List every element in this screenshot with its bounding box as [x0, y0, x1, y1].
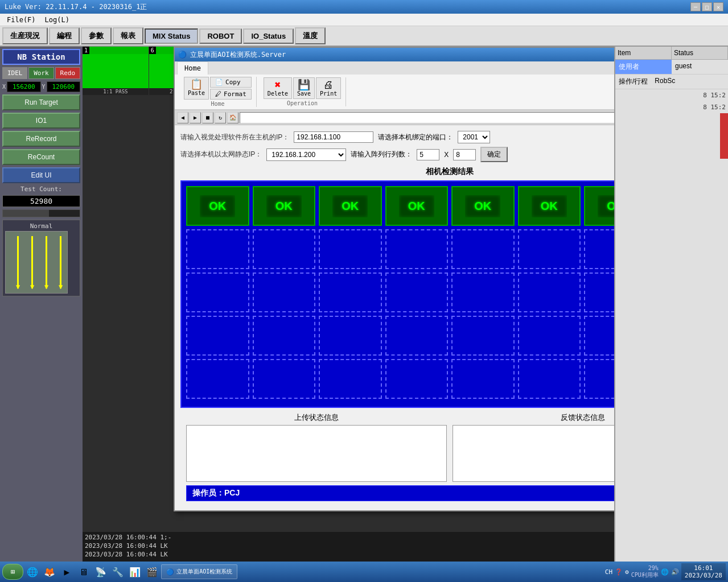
nav-io[interactable]: IO_Status — [243, 28, 294, 44]
firefox-icon[interactable]: 🦊 — [43, 565, 56, 579]
cols-input[interactable] — [453, 149, 476, 160]
menu-file[interactable]: File(F) — [2, 15, 40, 25]
format-btn[interactable]: 🖊 Format — [210, 89, 252, 100]
nav-temp[interactable]: 溫度 — [295, 27, 326, 44]
luke-icon[interactable]: 🔧 — [111, 565, 125, 579]
toolbar-refresh-btn[interactable]: ↻ — [215, 112, 226, 123]
taskbar-active-item[interactable]: 🔵 立晨单面AOI检测系统 — [161, 564, 237, 579]
copy-btn[interactable]: 📄 Copy — [210, 77, 252, 88]
nav-robot[interactable]: ROBOT — [199, 28, 242, 44]
address-bar[interactable] — [240, 112, 614, 123]
test-count-label: Test Count: — [2, 185, 80, 193]
right-col-status: Status — [672, 47, 728, 59]
status-area: 上传状态信息 反馈状态信息 — [180, 408, 614, 482]
cpu-percent: 29% — [631, 565, 659, 571]
aoi-window: 🔵 立晨单面AOI检测系统.Server ─ □ ✕ Home — [174, 47, 614, 511]
toolbar-back-btn[interactable]: ◀ — [177, 112, 188, 123]
volume-icon[interactable]: 🔊 — [671, 568, 679, 576]
tab-redo[interactable]: Redo — [55, 67, 80, 79]
tab-work[interactable]: Work — [28, 67, 54, 79]
system-icon[interactable]: 🖥 — [77, 565, 91, 579]
x-label: X — [444, 151, 449, 159]
y-label: Y — [42, 84, 46, 90]
ribbon-content: 📋 Paste 📄 Copy 🖊 Format — [175, 75, 614, 109]
aoi-icon[interactable]: 📡 — [94, 565, 108, 579]
toolbar-forward-btn[interactable]: ▶ — [190, 112, 201, 123]
aoi-main: 请输入视觉处理软件所在主机的IP： 请选择本机绑定的端口： 2001 请选择本机… — [175, 125, 614, 510]
ok-cell-r4c4 — [385, 316, 449, 356]
recount-btn[interactable]: ReCount — [2, 149, 80, 165]
ok-btn-r1c2[interactable]: OK — [265, 193, 303, 219]
nav-params[interactable]: 参數 — [81, 27, 112, 44]
ie-icon[interactable]: 🌐 — [26, 565, 39, 579]
normal-canvas: ▼ ▼ ▼ ▼ — [5, 231, 68, 294]
video-icon[interactable]: 🎬 — [145, 565, 159, 579]
ok-cell-r3c7 — [584, 273, 614, 312]
coord-row: X 156200 Y 120600 — [2, 81, 80, 92]
start-button[interactable]: ⊞ — [2, 564, 23, 580]
ok-btn-r1c4[interactable]: OK — [397, 193, 436, 219]
cpu-sub: CPU利用率 — [631, 571, 659, 579]
log-line-2: 2023/03/28 16:00:44 LK — [85, 542, 612, 550]
ok-btn-r1c3[interactable]: OK — [331, 193, 369, 219]
nav-mix[interactable]: MIX Status — [145, 28, 198, 44]
paste-label: Paste — [188, 90, 205, 96]
port-select[interactable]: 2001 — [458, 131, 490, 143]
title-text: Luke Ver: 22.11.17.4 - 20230316_1正 — [5, 2, 147, 12]
tab-idel[interactable]: IDEL — [2, 67, 27, 79]
nav-production[interactable]: 生産現況 — [2, 27, 48, 44]
taskbar-right: CH ❓ ⚙ 29% CPU利用率 🌐 🔊 16:01 2023/03/28 — [605, 563, 726, 580]
ok-btn-r1c1[interactable]: OK — [198, 193, 237, 219]
toolbar-home-btn[interactable]: 🏠 — [227, 112, 238, 123]
confirm-btn[interactable]: 确定 — [480, 147, 508, 162]
ribbon-tab-home[interactable]: Home — [177, 61, 208, 75]
ok-btn-r1c6[interactable]: OK — [530, 193, 569, 219]
ok-cell-r4c6 — [518, 316, 581, 356]
run-target-btn[interactable]: Run Target — [2, 94, 80, 110]
ok-cell-r2c6 — [518, 229, 581, 269]
strip-num-1: 1 — [83, 47, 89, 54]
ribbon: Home 📋 Paste 📄 — [175, 61, 614, 110]
close-btn[interactable]: ✕ — [713, 2, 723, 11]
ribbon-paste-group: 📋 Paste 📄 Copy 🖊 Format — [184, 77, 252, 100]
edit-ui-btn[interactable]: Edit UI — [2, 167, 80, 183]
host-ip-input[interactable] — [294, 131, 373, 143]
taskbar-item-icon: 🔵 — [166, 568, 174, 576]
settings-icon[interactable]: ⚙ — [625, 568, 629, 576]
upload-section: 上传状态信息 — [186, 412, 447, 482]
delete-btn[interactable]: ✖ Delete — [264, 77, 292, 99]
ok-btn-r1c7[interactable]: OK — [596, 193, 614, 219]
scan-line-2 — [31, 236, 33, 288]
maximize-btn[interactable]: □ — [702, 2, 712, 11]
host-ip-row: 请输入视觉处理软件所在主机的IP： 请选择本机绑定的端口： 2001 — [180, 131, 614, 143]
ok-cell-r5c4 — [385, 359, 449, 399]
io1-btn[interactable]: IO1 — [2, 113, 80, 129]
ok-cell-r1c4: OK — [385, 186, 449, 226]
ok-cell-r3c6 — [518, 273, 581, 312]
static-ip-select[interactable]: 192.168.1.200 — [266, 148, 346, 161]
minimize-btn[interactable]: ─ — [690, 2, 701, 11]
strip-1: 1 1:1 PASS — [83, 47, 149, 95]
nav-report[interactable]: 報表 — [113, 27, 143, 44]
monitor-icon[interactable]: 📊 — [128, 565, 142, 579]
save-btn[interactable]: 💾 Save — [293, 77, 315, 99]
x-label: X — [2, 84, 6, 90]
feedback-box — [453, 425, 614, 482]
progress-bar-fill — [3, 210, 49, 217]
ok-cell-r4c5 — [451, 316, 515, 356]
right-panel-header: Item Status — [615, 47, 728, 60]
right-col-item: Item — [615, 47, 672, 59]
rerecord-btn[interactable]: ReRecord — [2, 131, 80, 147]
paste-btn[interactable]: 📋 Paste — [184, 77, 209, 100]
print-btn[interactable]: 🖨 Print — [316, 77, 341, 99]
ok-btn-r1c5[interactable]: OK — [463, 193, 502, 219]
cpu-info: 29% CPU利用率 — [631, 565, 659, 579]
menu-log[interactable]: Log(L) — [40, 15, 74, 25]
media-icon[interactable]: ▶ — [60, 565, 73, 579]
title-bar: Luke Ver: 22.11.17.4 - 20230316_1正 ─ □ ✕ — [0, 0, 728, 14]
ok-row-2: OK — [186, 229, 614, 269]
rows-input[interactable] — [417, 149, 439, 160]
ok-grid: OK OK OK OK OK OK OK OK — [180, 180, 614, 408]
toolbar-stop-btn[interactable]: ■ — [202, 112, 213, 123]
nav-programming[interactable]: 編程 — [49, 27, 80, 44]
